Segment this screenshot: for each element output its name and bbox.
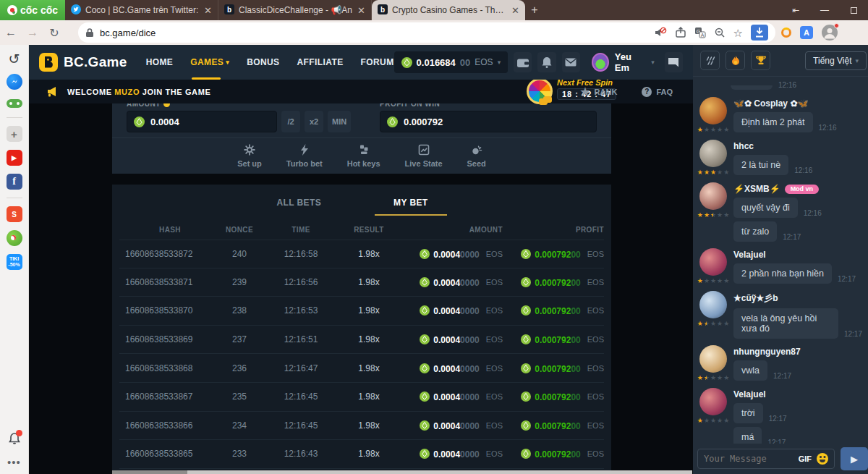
scrollbar-thumb[interactable] bbox=[112, 470, 187, 474]
set-up-button[interactable]: Set up bbox=[237, 144, 262, 168]
star-icon: ★ bbox=[710, 127, 716, 133]
chat-input[interactable] bbox=[704, 454, 793, 464]
min-bet-button[interactable]: MIN bbox=[328, 111, 351, 132]
nav-affiliate[interactable]: AFFILIATE bbox=[297, 57, 344, 67]
avatar[interactable] bbox=[699, 345, 727, 373]
history-icon[interactable]: ↺ bbox=[9, 52, 20, 66]
seed-button[interactable]: Seed bbox=[467, 144, 486, 168]
tiki-sale-icon[interactable]: TIKI -50% bbox=[7, 254, 22, 270]
chat-username[interactable]: hhcc bbox=[733, 141, 754, 151]
bcgame-logo[interactable]: BC.Game bbox=[39, 53, 127, 72]
fire-icon[interactable] bbox=[726, 51, 745, 70]
avatar[interactable] bbox=[699, 140, 727, 167]
messages-button[interactable] bbox=[562, 52, 580, 72]
table-row[interactable]: 16608638533866 234 12:16:45 1.98x 0.0004… bbox=[119, 412, 604, 441]
coccoc-deals-icon[interactable] bbox=[7, 230, 22, 246]
avatar[interactable] bbox=[699, 388, 727, 415]
chat-input-bar[interactable]: GIF bbox=[697, 449, 835, 469]
chat-username[interactable]: ★cũỹ★彡b bbox=[733, 292, 778, 305]
browser-tab[interactable]: Coco | BC.Game trên Twitter: ✕ bbox=[65, 0, 218, 20]
download-icon[interactable] bbox=[751, 25, 768, 41]
table-row[interactable]: 16608638533872 240 12:16:58 1.98x 0.0004… bbox=[119, 240, 604, 268]
rank-button[interactable]: ★RANK bbox=[580, 85, 617, 98]
close-tab-icon[interactable]: ✕ bbox=[357, 5, 365, 16]
turbo-bet-button[interactable]: Turbo bet bbox=[286, 144, 323, 168]
close-tab-icon[interactable]: ✕ bbox=[204, 5, 212, 16]
double-bet-button[interactable]: x2 bbox=[305, 111, 323, 132]
nav-bonus[interactable]: BONUS bbox=[247, 57, 279, 67]
bet-profit: 0.00079200EOS bbox=[503, 390, 604, 403]
translate-extension-icon[interactable]: A bbox=[800, 26, 813, 39]
avatar[interactable] bbox=[699, 291, 727, 318]
share-icon[interactable] bbox=[675, 27, 686, 38]
shopee-icon[interactable]: S bbox=[7, 206, 22, 222]
address-bar[interactable]: bc.game/dice GA ☆ bbox=[78, 22, 775, 43]
youtube-icon[interactable]: ▶ bbox=[7, 150, 22, 166]
bet-amount-input[interactable]: 0.0004 bbox=[127, 111, 277, 132]
close-tab-icon[interactable]: ✕ bbox=[511, 5, 519, 16]
forward-button[interactable]: → bbox=[22, 26, 43, 39]
avatar[interactable] bbox=[699, 97, 727, 124]
url-text[interactable]: bc.game/dice bbox=[100, 27, 648, 38]
chat-username[interactable]: 🦋✿ Cosplay ✿🦋 bbox=[733, 98, 808, 109]
chat-username[interactable]: Velajuel bbox=[733, 389, 766, 399]
chat-toggle-button[interactable] bbox=[665, 52, 683, 72]
table-row[interactable]: 16608638533865 233 12:16:43 1.98x 0.0004… bbox=[119, 440, 604, 469]
table-row[interactable]: 16608638533869 237 12:16:51 1.98x 0.0004… bbox=[119, 326, 604, 355]
user-avatar[interactable] bbox=[592, 53, 609, 72]
back-button[interactable]: ← bbox=[0, 26, 22, 39]
facebook-icon[interactable]: f bbox=[7, 174, 22, 190]
horizontal-scrollbar[interactable] bbox=[112, 470, 692, 474]
tab-all-bets[interactable]: ALL BETS bbox=[276, 198, 321, 216]
gif-button[interactable]: GIF bbox=[799, 454, 812, 463]
avatar[interactable] bbox=[699, 248, 727, 276]
hot-keys-button[interactable]: Hot keys bbox=[347, 144, 380, 168]
tab-my-bet[interactable]: MY BET bbox=[375, 198, 447, 216]
gamepad-icon[interactable] bbox=[6, 98, 23, 109]
nav-home[interactable]: HOME bbox=[146, 57, 174, 67]
rain-icon[interactable] bbox=[700, 51, 720, 70]
table-row[interactable]: 16608638533868 236 12:16:47 1.98x 0.0004… bbox=[119, 354, 604, 383]
wallet-button[interactable] bbox=[514, 52, 532, 72]
minimize-button[interactable]: — bbox=[810, 0, 839, 20]
trophy-icon[interactable] bbox=[751, 51, 770, 70]
table-row[interactable]: 16608638533871 239 12:16:56 1.98x 0.0004… bbox=[119, 268, 604, 297]
more-options-icon[interactable]: ••• bbox=[7, 456, 21, 468]
chat-message-list[interactable]: 12:16 ★★★★★ 🦋✿ Cosplay ✿🦋 Định làm 2 phá… bbox=[693, 77, 868, 444]
avatar[interactable] bbox=[699, 182, 727, 210]
zoom-out-icon[interactable] bbox=[714, 27, 726, 38]
live-state-button[interactable]: Live State bbox=[405, 144, 443, 168]
browser-tab[interactable]: b Crypto Casino Games - The 8 ✕ bbox=[372, 0, 525, 20]
reload-button[interactable]: ↻ bbox=[43, 26, 65, 40]
spin-wheel-icon[interactable] bbox=[527, 78, 553, 104]
chevron-down-icon[interactable]: ▾ bbox=[651, 59, 655, 66]
chat-username[interactable]: ⚡XSMB⚡ bbox=[733, 184, 780, 194]
new-tab-button[interactable]: + bbox=[525, 0, 544, 20]
nav-forum[interactable]: FORUM bbox=[361, 57, 394, 67]
coccoc-brand[interactable]: cốc cốc bbox=[0, 0, 65, 20]
translate-icon[interactable]: GA bbox=[694, 27, 706, 38]
restore-button[interactable] bbox=[839, 0, 868, 20]
table-row[interactable]: 16608638533867 235 12:16:45 1.98x 0.0004… bbox=[119, 383, 604, 412]
faq-button[interactable]: ?FAQ bbox=[642, 87, 673, 97]
notifications-button[interactable] bbox=[537, 52, 556, 72]
username[interactable]: Yeu Em bbox=[615, 51, 645, 73]
extension-icon[interactable] bbox=[781, 27, 791, 38]
balance-selector[interactable]: 0.01668400 EOS ▾ bbox=[394, 51, 509, 73]
chat-username[interactable]: nhungnguyen87 bbox=[733, 347, 801, 357]
tab-search-icon[interactable]: ⇤ bbox=[781, 0, 810, 20]
nav-games[interactable]: GAMES▾ bbox=[190, 57, 229, 67]
notifications-bell[interactable] bbox=[9, 432, 20, 448]
profile-avatar[interactable] bbox=[822, 25, 838, 41]
send-button[interactable]: ▶ bbox=[841, 447, 868, 470]
mute-speaker-icon[interactable] bbox=[654, 27, 667, 38]
bookmark-star-icon[interactable]: ☆ bbox=[733, 27, 743, 38]
chat-username[interactable]: Velajuel bbox=[733, 250, 766, 260]
add-shortcut-button[interactable]: + bbox=[7, 126, 22, 142]
language-selector[interactable]: Tiếng Việt▾ bbox=[805, 51, 867, 70]
browser-tab[interactable]: b ClassicDiceChallenge - 📢An ✕ bbox=[218, 0, 372, 20]
half-bet-button[interactable]: /2 bbox=[281, 111, 300, 132]
emoji-button[interactable] bbox=[817, 453, 828, 465]
messenger-icon[interactable] bbox=[7, 74, 22, 90]
table-row[interactable]: 16608638533870 238 12:16:53 1.98x 0.0004… bbox=[119, 297, 604, 326]
